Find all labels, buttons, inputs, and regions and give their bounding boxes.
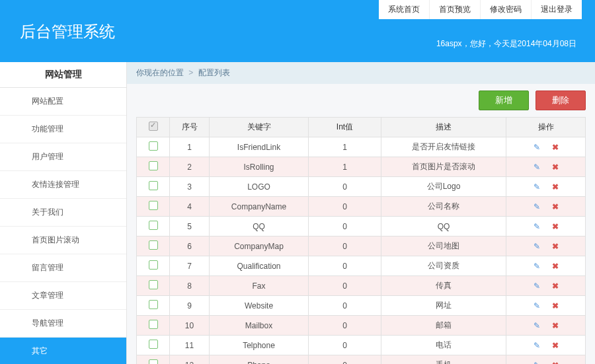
welcome-user: 16aspx (436, 39, 462, 48)
header: 系统首页 首页预览 修改密码 退出登录 后台管理系统 16aspx，您好，今天是… (0, 0, 595, 62)
cell-key: CompanyName (210, 197, 309, 217)
sidebar-item-1[interactable]: 功能管理 (0, 116, 126, 143)
edit-icon[interactable]: ✎ (534, 182, 540, 192)
delete-icon[interactable]: ✖ (552, 341, 559, 350)
row-checkbox[interactable] (149, 320, 158, 329)
delete-button[interactable]: 删除 (536, 91, 586, 110)
cell-int: 0 (309, 237, 381, 256)
sidebar-item-0[interactable]: 网站配置 (0, 88, 126, 116)
select-all-checkbox[interactable] (149, 122, 158, 131)
sidebar-item-7[interactable]: 文章管理 (0, 282, 126, 310)
row-checkbox[interactable] (149, 359, 158, 364)
sidebar-item-6[interactable]: 留言管理 (0, 254, 126, 282)
row-checkbox[interactable] (149, 161, 158, 170)
row-checkbox[interactable] (149, 141, 158, 151)
delete-icon[interactable]: ✖ (552, 182, 559, 192)
table-row: 6CompanyMap0公司地图✎✖ (137, 237, 586, 256)
cell-seq: 2 (170, 157, 210, 177)
row-checkbox[interactable] (149, 181, 158, 190)
cell-key: Qualification (210, 256, 309, 276)
delete-icon[interactable]: ✖ (552, 321, 559, 330)
cell-key: Fax (210, 276, 309, 296)
table-header-row: 序号 关键字 Int值 描述 操作 (137, 118, 586, 137)
add-button[interactable]: 新增 (479, 91, 529, 110)
cell-seq: 7 (170, 256, 210, 276)
sidebar-item-3[interactable]: 友情连接管理 (0, 171, 126, 199)
nav-logout[interactable]: 退出登录 (532, 0, 582, 19)
row-checkbox[interactable] (149, 300, 158, 309)
cell-key: IsRolling (210, 157, 309, 177)
edit-icon[interactable]: ✎ (534, 341, 540, 350)
row-checkbox[interactable] (149, 221, 158, 230)
table-row: 10Mailbox0邮箱✎✖ (137, 316, 586, 336)
cell-desc: 电话 (381, 336, 506, 355)
cell-int: 0 (309, 296, 381, 316)
edit-icon[interactable]: ✎ (534, 163, 540, 172)
row-checkbox[interactable] (149, 280, 158, 289)
edit-icon[interactable]: ✎ (534, 301, 540, 310)
breadcrumb-current: 配置列表 (198, 68, 230, 77)
cell-seq: 10 (170, 316, 210, 336)
table-row: 9Website0网址✎✖ (137, 296, 586, 316)
cell-int: 0 (309, 217, 381, 237)
breadcrumb-prefix: 你现在的位置 (136, 68, 184, 77)
edit-icon[interactable]: ✎ (534, 222, 540, 231)
table-row: 12Phone0手机✎✖ (137, 355, 586, 365)
nav-change-password[interactable]: 修改密码 (481, 0, 532, 19)
delete-icon[interactable]: ✖ (552, 143, 559, 152)
cell-key: IsFriendLink (210, 137, 309, 157)
sidebar-title: 网站管理 (0, 62, 126, 88)
row-checkbox[interactable] (149, 201, 158, 210)
edit-icon[interactable]: ✎ (534, 321, 540, 330)
cell-desc: 传真 (381, 276, 506, 296)
th-seq: 序号 (170, 118, 210, 137)
breadcrumb: 你现在的位置 > 配置列表 (127, 62, 595, 84)
cell-seq: 8 (170, 276, 210, 296)
edit-icon[interactable]: ✎ (534, 361, 540, 365)
table-row: 11Telphone0电话✎✖ (137, 336, 586, 355)
top-nav: 系统首页 首页预览 修改密码 退出登录 (379, 0, 582, 19)
table-row: 7Qualification0公司资质✎✖ (137, 256, 586, 276)
nav-preview[interactable]: 首页预览 (430, 0, 481, 19)
page-title: 后台管理系统 (20, 21, 115, 42)
cell-desc: 首页图片是否滚动 (381, 157, 506, 177)
sidebar-item-2[interactable]: 用户管理 (0, 143, 126, 171)
table-row: 4CompanyName0公司名称✎✖ (137, 197, 586, 217)
delete-icon[interactable]: ✖ (552, 222, 559, 231)
cell-key: CompanyMap (210, 237, 309, 256)
th-key: 关键字 (210, 118, 309, 137)
table-row: 3LOGO0公司Logo✎✖ (137, 177, 586, 197)
edit-icon[interactable]: ✎ (534, 281, 540, 291)
cell-key: LOGO (210, 177, 309, 197)
sidebar-item-5[interactable]: 首页图片滚动 (0, 227, 126, 254)
cell-int: 0 (309, 276, 381, 296)
edit-icon[interactable]: ✎ (534, 143, 540, 152)
edit-icon[interactable]: ✎ (534, 262, 540, 271)
sidebar: 网站管理 网站配置功能管理用户管理友情连接管理关于我们首页图片滚动留言管理文章管… (0, 62, 127, 364)
edit-icon[interactable]: ✎ (534, 202, 540, 211)
delete-icon[interactable]: ✖ (552, 262, 559, 271)
cell-seq: 9 (170, 296, 210, 316)
row-checkbox[interactable] (149, 240, 158, 250)
delete-icon[interactable]: ✖ (552, 163, 559, 172)
delete-icon[interactable]: ✖ (552, 281, 559, 291)
cell-desc: 邮箱 (381, 316, 506, 336)
toolbar: 新增 删除 (127, 84, 595, 117)
delete-icon[interactable]: ✖ (552, 361, 559, 365)
cell-desc: 网址 (381, 296, 506, 316)
edit-icon[interactable]: ✎ (534, 242, 540, 251)
delete-icon[interactable]: ✖ (552, 202, 559, 211)
welcome-mid: ，您好，今天是 (462, 39, 518, 48)
row-checkbox[interactable] (149, 260, 158, 270)
sidebar-item-9[interactable]: 其它 (0, 338, 126, 364)
delete-icon[interactable]: ✖ (552, 242, 559, 251)
welcome-text: 16aspx，您好，今天是2014年04月08日 (436, 38, 576, 50)
delete-icon[interactable]: ✖ (552, 301, 559, 310)
cell-desc: QQ (381, 217, 506, 237)
sidebar-item-4[interactable]: 关于我们 (0, 199, 126, 227)
sidebar-item-8[interactable]: 导航管理 (0, 310, 126, 338)
nav-system-home[interactable]: 系统首页 (379, 0, 430, 19)
row-checkbox[interactable] (149, 340, 158, 349)
cell-desc: 是否开启友情链接 (381, 137, 506, 157)
cell-int: 1 (309, 157, 381, 177)
